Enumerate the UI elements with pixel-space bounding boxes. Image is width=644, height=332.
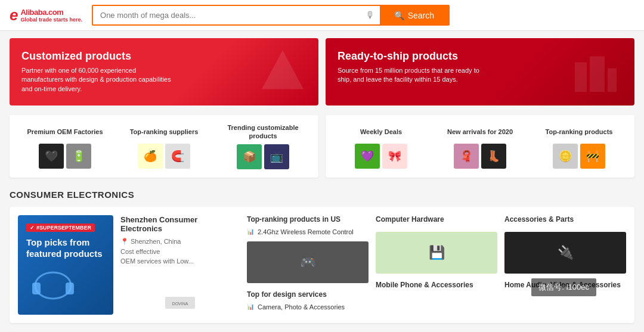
elec-product1-name: 2.4Ghz Wireless Remote Control [258, 228, 354, 235]
elec-homeaudio-title[interactable]: Home Audio, Video & Accessories [504, 281, 626, 289]
customized-grid: Premium OEM Factories 🖤 🔋 Top-ranking su… [18, 123, 310, 169]
elec-product-row1: 📊 2.4Ghz Wireless Remote Control [247, 228, 369, 235]
ready-category-box: Weekly Deals 💜 🎀 New arrivals for 2020 🧣… [326, 115, 634, 178]
header: e Alibaba.com Global trade starts here. … [0, 0, 644, 31]
svg-rect-3 [590, 56, 605, 92]
svg-rect-2 [575, 62, 587, 92]
svg-rect-4 [608, 68, 617, 92]
cat-imgs-topranking: 🪙 🚧 [532, 144, 626, 169]
elec-design-title[interactable]: Top for design services [247, 290, 369, 299]
banner-shape-building [569, 50, 623, 94]
elec-col-accessories: Accessories & Parts 🔌 Home Audio, Video … [504, 215, 626, 315]
cat-img-trend-2: 📺 [264, 144, 289, 169]
svg-rect-7 [66, 283, 74, 294]
customized-category-box: Premium OEM Factories 🖤 🔋 Top-ranking su… [10, 115, 318, 178]
elec-featured-col: ✓ #SUPERSEPTEMBER Top picks from feature… [18, 215, 113, 315]
elec-col-hardware: Computer Hardware 💾 Mobile Phone & Acces… [376, 215, 497, 315]
elec-hardware-title[interactable]: Computer Hardware [376, 215, 497, 224]
elec-product-row2: 📊 Camera, Photo & Accessories [247, 303, 369, 311]
main-content: Customized products Partner with one of … [0, 31, 644, 330]
search-button[interactable]: 🔍 Search [380, 6, 448, 24]
elec-shenzhen-tag1: Cost effective [120, 248, 240, 255]
cat-img-weekly-2: 🎀 [382, 144, 407, 169]
cat-item-weekly[interactable]: Weekly Deals 💜 🎀 [334, 123, 428, 169]
consumer-electronics-section: CONSUMER ELECTRONICS ✓ #SUPERSEPTEMBER T… [10, 190, 634, 323]
cat-imgs-suppliers: 🍊 🧲 [117, 144, 211, 169]
charger-img: 🔌 [504, 232, 626, 274]
cat-img-sup-2: 🧲 [165, 144, 190, 169]
cat-img-new-2: 👢 [481, 144, 506, 169]
cat-img-oem-2: 🔋 [66, 144, 91, 169]
search-bar: 🎙 🔍 Search [92, 5, 450, 26]
category-section: Premium OEM Factories 🖤 🔋 Top-ranking su… [10, 115, 634, 178]
logo[interactable]: e Alibaba.com Global trade starts here. [10, 6, 82, 24]
company-logo: DOVINA [162, 291, 198, 315]
elec-col-us: Top-ranking products in US 📊 2.4Ghz Wire… [247, 215, 369, 315]
search-button-label: Search [408, 11, 434, 20]
banner-row: Customized products Partner with one of … [10, 38, 634, 106]
super-sep-badge: ✓ #SUPERSEPTEMBER [26, 224, 95, 232]
cat-item-suppliers[interactable]: Top-ranking suppliers 🍊 🧲 [117, 123, 211, 169]
cat-label-weekly: Weekly Deals [334, 123, 428, 140]
electronics-grid: ✓ #SUPERSEPTEMBER Top picks from feature… [10, 207, 634, 323]
cat-imgs-trending: 📦 📺 [216, 144, 310, 169]
cat-img-top-2: 🚧 [580, 144, 605, 169]
svg-rect-6 [32, 283, 41, 294]
elec-us-title[interactable]: Top-ranking products in US [247, 215, 369, 224]
ready-grid: Weekly Deals 💜 🎀 New arrivals for 2020 🧣… [334, 123, 626, 169]
headphones-graphic [26, 265, 80, 306]
search-icon: 🔍 [394, 11, 404, 20]
cat-label-trending: Trending customizable products [216, 123, 310, 141]
elec-col-shenzhen: Shenzhen Consumer Electronics 📍 Shenzhen… [120, 215, 240, 315]
banner-ready[interactable]: Ready-to-ship products Source from 15 mi… [326, 38, 634, 106]
elec-shenzhen-loc: 📍 Shenzhen, China [120, 238, 240, 246]
banner-shape-triangle [259, 47, 306, 97]
cat-img-weekly-1: 💜 [355, 144, 380, 169]
cat-label-newarrivals: New arrivals for 2020 [433, 123, 527, 140]
elec-shenzhen-tag2: OEM services with Low... [120, 257, 240, 265]
chart-icon2: 📊 [247, 303, 254, 310]
svg-text:DOVINA: DOVINA [172, 302, 188, 306]
elec-product2-name: Camera, Photo & Accessories [258, 303, 345, 311]
chart-icon: 📊 [247, 228, 254, 235]
cat-img-top-1: 🪙 [553, 144, 578, 169]
search-input[interactable] [93, 6, 361, 24]
cat-label-suppliers: Top-ranking suppliers [117, 123, 211, 140]
cat-label-oem: Premium OEM Factories [18, 123, 112, 140]
banner-customized-subtitle: Partner with one of 60,000 experienced m… [21, 66, 177, 94]
banner-customized[interactable]: Customized products Partner with one of … [10, 38, 318, 106]
cat-img-new-1: 🧣 [454, 144, 479, 169]
cat-item-oem[interactable]: Premium OEM Factories 🖤 🔋 [18, 123, 112, 169]
cat-imgs-weekly: 💜 🎀 [334, 144, 428, 169]
cat-img-trend-1: 📦 [237, 144, 262, 169]
section-title-electronics: CONSUMER ELECTRONICS [10, 190, 634, 200]
cat-item-newarrivals[interactable]: New arrivals for 2020 🧣 👢 [433, 123, 527, 169]
remote-control-img: 🎮 [247, 241, 369, 283]
cat-imgs-newarrivals: 🧣 👢 [433, 144, 527, 169]
cat-label-topranking: Top-ranking products [532, 123, 626, 140]
cat-img-sup-1: 🍊 [138, 144, 163, 169]
cat-imgs-oem: 🖤 🔋 [18, 144, 112, 169]
checkmark-icon: ✓ [30, 225, 35, 231]
cat-img-oem-1: 🖤 [39, 144, 64, 169]
location-icon: 📍 [120, 238, 129, 246]
elec-shenzhen-title[interactable]: Shenzhen Consumer Electronics [120, 215, 240, 233]
cat-item-topranking[interactable]: Top-ranking products 🪙 🚧 [532, 123, 626, 169]
cat-item-trending[interactable]: Trending customizable products 📦 📺 [216, 123, 310, 169]
elec-accessories-title[interactable]: Accessories & Parts [504, 215, 626, 224]
logo-area: e Alibaba.com Global trade starts here. [10, 6, 82, 24]
usb-drive-img: 💾 [376, 232, 497, 274]
banner-ready-subtitle: Source from 15 million products that are… [338, 66, 493, 85]
elec-mobile-title[interactable]: Mobile Phone & Accessories [376, 281, 497, 289]
logo-text: Alibaba.com [20, 8, 82, 17]
mic-icon[interactable]: 🎙 [361, 6, 380, 24]
logo-subtitle: Global trade starts here. [20, 17, 82, 23]
elec-featured-title: Top picks from featured products [26, 237, 105, 260]
